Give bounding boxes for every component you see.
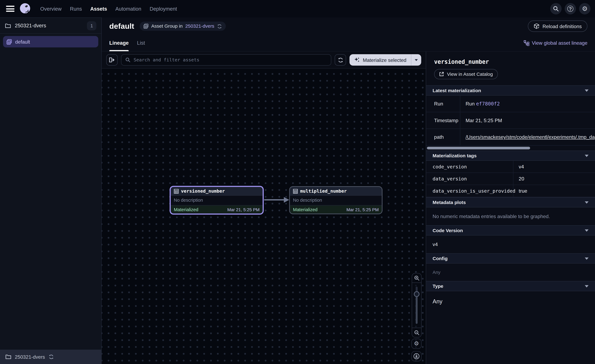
asset-node-multiplied-number[interactable]: multiplied_number No description Materia… [289,186,382,214]
reload-definitions-button[interactable]: Reload definitions [528,21,588,32]
metadata-plots-empty-text: No numeric metadata entries available to… [426,207,595,225]
lineage-graph-pane: Materialize selected [102,52,426,364]
horizontal-scrollbar[interactable] [427,147,530,149]
zoom-out-button[interactable] [412,328,421,337]
refresh-icon[interactable] [217,24,222,29]
chevron-down-icon [585,285,588,287]
zoom-controls [412,273,422,338]
tag-key: data_version [426,173,513,185]
chip-group-link[interactable]: 250321-dvers [185,23,214,29]
chevron-down-icon [585,229,588,231]
asset-node-description: No description [290,195,382,206]
run-id-link[interactable]: ef7800f2 [476,101,500,106]
zoom-slider-knob[interactable] [414,291,419,297]
panel-expand-icon [109,57,115,63]
section-metadata-plots[interactable]: Metadata plots [426,197,595,207]
section-code-version[interactable]: Code Version [426,225,595,236]
lineage-canvas[interactable]: versioned_number No description Material… [102,69,426,364]
sidebar: 250321-dvers 1 default 250321-dvers [0,17,102,364]
row-key: Timestamp [426,112,460,128]
run-prefix: Run [466,101,476,106]
reload-definitions-label: Reload definitions [542,23,582,29]
nav-runs[interactable]: Runs [70,6,82,12]
help-button[interactable]: ? [565,3,576,14]
lineage-graph-icon [523,40,529,46]
section-latest-materialization[interactable]: Latest materialization [426,85,595,96]
table-row: path /Users/smackesey/stm/code/elementl/… [426,129,595,146]
download-graph-button[interactable] [411,351,422,362]
table-row: Run Run ef7800f2 [426,96,595,112]
asset-node-description: No description [171,195,262,206]
folder-icon [5,23,11,28]
nav-assets[interactable]: Assets [90,6,107,12]
asset-detail-panel: versioned_number View in Asset Catalog L… [426,52,595,364]
table-row: data_version_is_user_provided true [426,185,595,197]
primary-nav: Overview Runs Assets Automation Deployme… [40,6,177,12]
view-global-lineage-link[interactable]: View global asset lineage [523,40,587,46]
nav-overview[interactable]: Overview [40,6,62,12]
sidebar-group-row[interactable]: 250321-dvers 1 [0,18,101,34]
page-header: default Asset Group in 250321-dvers [102,17,595,35]
zoom-in-button[interactable] [412,273,421,283]
materialize-split-button: Materialize selected [350,54,421,66]
tag-key: code_version [426,161,513,173]
view-global-lineage-label: View global asset lineage [532,40,588,46]
nav-automation[interactable]: Automation [115,6,141,12]
materialize-dropdown-button[interactable] [411,54,421,66]
chip-text: Asset Group in [151,23,183,29]
app-window: Overview Runs Assets Automation Deployme… [0,0,595,364]
dagster-logo-icon[interactable] [18,2,32,15]
refresh-icon[interactable] [48,354,54,359]
path-link[interactable]: /Users/smackesey/stm/code/elementl/exper… [466,134,595,140]
tab-list[interactable]: List [137,35,145,51]
section-type[interactable]: Type [426,281,595,291]
search-icon [553,6,559,12]
config-value: Any [426,264,595,281]
reload-cube-icon [533,23,539,29]
expand-sidebar-button[interactable] [106,54,118,66]
view-in-asset-catalog-button[interactable]: View in Asset Catalog [434,69,498,79]
tag-key: data_version_is_user_provided [426,185,513,197]
sparkles-icon [354,57,360,63]
tab-lineage-label: Lineage [109,40,129,46]
sidebar-footer-label: 250321-dvers [15,354,45,360]
zoom-out-icon [414,330,419,336]
hamburger-menu-icon[interactable] [6,6,14,12]
sidebar-footer-location[interactable]: 250321-dvers [0,350,101,364]
materialized-status: Materialized [293,207,318,212]
asset-node-versioned-number[interactable]: versioned_number No description Material… [170,186,264,215]
tabs-row: Lineage List View global asset lineage [102,35,595,52]
top-nav-actions: ? ⚙ [550,3,590,14]
zoom-slider[interactable] [412,283,421,328]
lineage-edge-arrow [264,196,290,204]
asset-group-chip[interactable]: Asset Group in 250321-dvers [139,21,226,31]
materialize-selected-label: Materialize selected [363,57,406,63]
section-label: Latest materialization [432,88,481,93]
view-in-asset-catalog-label: View in Asset Catalog [447,71,493,77]
chevron-down-icon [585,89,588,92]
table-row: Timestamp Mar 21, 5:25 PM [426,112,595,129]
asset-group-icon [143,23,149,29]
graph-toolbar: Materialize selected [102,52,426,69]
chevron-down-icon [585,201,588,203]
search-button[interactable] [550,3,562,14]
section-label: Type [432,283,443,289]
search-input[interactable] [134,57,327,63]
section-config[interactable]: Config [426,253,595,264]
refresh-graph-button[interactable] [335,54,346,66]
table-row: code_version v4 [426,161,595,173]
materialize-selected-button[interactable]: Materialize selected [350,54,411,66]
settings-button[interactable]: ⚙ [579,3,590,14]
section-materialization-tags[interactable]: Materialization tags [426,151,595,161]
section-label: Materialization tags [432,153,477,158]
download-icon [413,353,420,359]
asset-node-name: multiplied_number [300,189,347,194]
row-key: Run [426,96,460,112]
chevron-down-icon [415,59,418,61]
gear-icon: ⚙ [582,6,588,12]
timestamp-value: Mar 21, 5:25 PM [460,112,595,128]
graph-settings-button[interactable]: ⚙ [411,339,422,349]
tab-lineage[interactable]: Lineage [109,35,129,51]
sidebar-item-default[interactable]: default [3,36,98,48]
nav-deployment[interactable]: Deployment [150,6,177,12]
